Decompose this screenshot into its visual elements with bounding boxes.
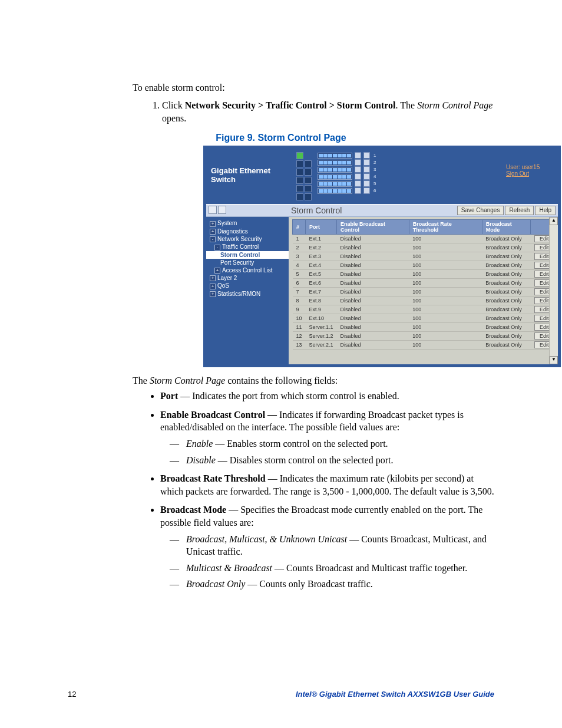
tree-expand-icon[interactable] — [209, 206, 217, 214]
bmode-bo-desc: — Counts only Broadcast traffic. — [245, 579, 373, 589]
field-brt-term: Broadcast Rate Threshold — [160, 473, 266, 483]
bmode-bo-term: Broadcast Only — [186, 579, 245, 589]
cell-num: 5 — [293, 270, 306, 279]
tree-storm-control[interactable]: Storm Control — [206, 251, 289, 259]
table-row: 3Ext.3Disabled100Broadcast OnlyEdit — [293, 252, 558, 261]
tree-diagnostics[interactable]: +Diagnostics — [206, 228, 289, 235]
ebc-enable-term: Enable — [186, 439, 213, 449]
cell-port: Ext.6 — [306, 279, 337, 288]
col-num: # — [293, 220, 306, 235]
after-suffix: contains the following fields: — [225, 375, 338, 386]
field-port: Port — Indicates the port from which sto… — [160, 390, 494, 403]
table-row: 13Server.2.1Disabled100Broadcast OnlyEdi… — [293, 341, 558, 350]
help-button[interactable]: Help — [535, 206, 556, 215]
field-bmode: Broadcast Mode — Specifies the Broadcast… — [160, 503, 494, 591]
cell-brt: 100 — [409, 270, 482, 279]
user-label: User: user15 — [506, 164, 553, 170]
cell-num: 6 — [293, 279, 306, 288]
port-diagram: 1 2 3 4 5 6 — [318, 152, 506, 194]
cell-num: 8 — [293, 297, 306, 305]
cell-ebc: Disabled — [337, 314, 409, 323]
cell-port: Server.1.1 — [306, 323, 337, 332]
table-row: 5Ext.5Disabled100Broadcast OnlyEdit — [293, 270, 558, 279]
cell-num: 10 — [293, 314, 306, 323]
steps-list: Click Network Security > Traffic Control… — [147, 99, 494, 124]
step-1-path: Network Security > Traffic Control > Sto… — [185, 100, 396, 110]
cell-port: Ext.10 — [306, 314, 337, 323]
figure-caption: Figure 9. Storm Control Page — [68, 133, 494, 143]
nav-tree: +System +Diagnostics -Network Security -… — [206, 217, 289, 364]
ebc-disable: Disable — Disables storm control on the … — [170, 454, 494, 467]
scroll-up-icon[interactable]: ▲ — [550, 217, 558, 225]
cell-num: 11 — [293, 323, 306, 332]
tree-traffic-control[interactable]: -Traffic Control — [206, 243, 289, 251]
intro-text: To enable storm control: — [133, 83, 494, 93]
after-figure-text: The Storm Control Page contains the foll… — [133, 375, 494, 386]
cell-brt: 100 — [409, 314, 482, 323]
table-row: 1Ext.1Disabled100Broadcast OnlyEdit — [293, 235, 558, 243]
cell-ebc: Disabled — [337, 279, 409, 288]
cell-port: Ext.5 — [306, 270, 337, 279]
cell-port: Ext.4 — [306, 261, 337, 270]
cell-num: 9 — [293, 305, 306, 314]
cell-brt: 100 — [409, 243, 482, 252]
tree-layer2[interactable]: +Layer 2 — [206, 274, 289, 282]
storm-control-screenshot: Gigabit Ethernet Switch 1 2 3 4 5 6 User… — [203, 146, 561, 367]
table-header-row: # Port Enable Broadcast Control Broadcas… — [293, 220, 558, 235]
table-row: 4Ext.4Disabled100Broadcast OnlyEdit — [293, 261, 558, 270]
col-ebc: Enable Broadcast Control — [337, 220, 409, 235]
ports-table: # Port Enable Broadcast Control Broadcas… — [292, 219, 558, 350]
cell-ebc: Disabled — [337, 341, 409, 350]
scrollbar[interactable]: ▲ ▼ — [549, 217, 558, 364]
cell-mode: Broadcast Only — [482, 279, 531, 288]
cell-brt: 100 — [409, 288, 482, 297]
cell-mode: Broadcast Only — [482, 243, 531, 252]
cell-mode: Broadcast Only — [482, 297, 531, 305]
tree-collapse-icon[interactable] — [218, 206, 226, 214]
table-row: 9Ext.9Disabled100Broadcast OnlyEdit — [293, 305, 558, 314]
col-port: Port — [306, 220, 337, 235]
cell-port: Ext.3 — [306, 252, 337, 261]
ebc-enable: Enable — Enables storm control on the se… — [170, 437, 494, 450]
ebc-disable-desc: — Disables storm control on the selected… — [216, 455, 394, 465]
table-row: 10Ext.10Disabled100Broadcast OnlyEdit — [293, 314, 558, 323]
tree-statistics[interactable]: +Statistics/RMON — [206, 290, 289, 298]
cell-mode: Broadcast Only — [482, 314, 531, 323]
device-grid-icon — [296, 152, 313, 200]
tree-network-security[interactable]: -Network Security — [206, 235, 289, 243]
page-footer: 12 Intel® Gigabit Ethernet Switch AXXSW1… — [68, 690, 494, 699]
tree-system[interactable]: +System — [206, 219, 289, 227]
table-row: 2Ext.2Disabled100Broadcast OnlyEdit — [293, 243, 558, 252]
field-list: Port — Indicates the port from which sto… — [147, 390, 494, 591]
cell-ebc: Disabled — [337, 243, 409, 252]
cell-num: 12 — [293, 332, 306, 341]
refresh-button[interactable]: Refresh — [505, 206, 534, 215]
cell-port: Ext.7 — [306, 288, 337, 297]
sign-out-link[interactable]: Sign Out — [506, 170, 553, 177]
save-changes-button[interactable]: Save Changes — [457, 206, 504, 215]
table-row: 7Ext.7Disabled100Broadcast OnlyEdit — [293, 288, 558, 297]
field-ebc-term: Enable Broadcast Control — — [160, 410, 279, 420]
bmode-mb: Multicast & Broadcast — Counts Broadcast… — [170, 562, 494, 575]
ebc-disable-term: Disable — [186, 455, 216, 465]
user-block: User: user15 Sign Out — [506, 152, 553, 177]
step-1-mid: . The — [396, 100, 418, 110]
cell-mode: Broadcast Only — [482, 270, 531, 279]
tree-access-control[interactable]: +Access Control List — [206, 266, 289, 274]
screenshot-toolbar: Storm Control Save Changes Refresh Help — [206, 204, 558, 217]
cell-port: Ext.1 — [306, 235, 337, 243]
scroll-down-icon[interactable]: ▼ — [550, 356, 558, 364]
field-port-term: Port — [160, 391, 178, 401]
cell-brt: 100 — [409, 341, 482, 350]
cell-brt: 100 — [409, 252, 482, 261]
screenshot-header: Gigabit Ethernet Switch 1 2 3 4 5 6 User… — [206, 149, 558, 204]
cell-brt: 100 — [409, 323, 482, 332]
step-1-prefix: Click — [162, 100, 185, 110]
field-bmode-term: Broadcast Mode — [160, 505, 226, 515]
cell-brt: 100 — [409, 261, 482, 270]
cell-ebc: Disabled — [337, 252, 409, 261]
tree-qos[interactable]: +QoS — [206, 282, 289, 289]
cell-mode: Broadcast Only — [482, 305, 531, 314]
bmode-bmu-term: Broadcast, Multicast, & Unknown Unicast — [186, 534, 347, 544]
tree-port-security[interactable]: Port Security — [206, 259, 289, 266]
